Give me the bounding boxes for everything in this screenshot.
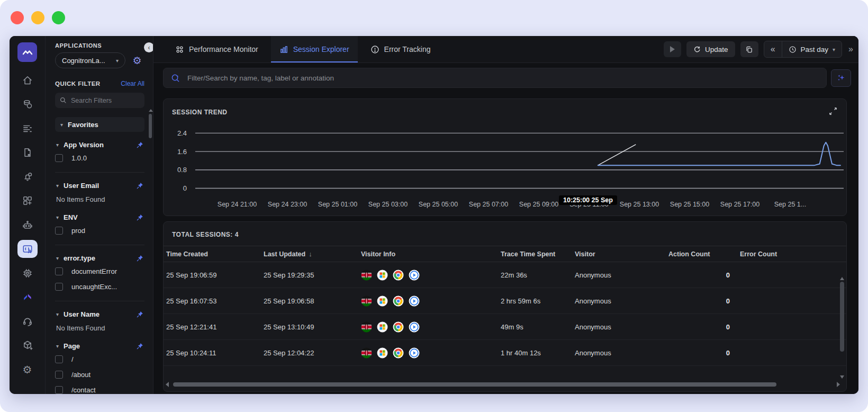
session-row[interactable]: 25 Sep 19:06:59 25 Sep 19:29:35 22m 36s …	[164, 262, 846, 288]
sidebar-item-settings[interactable]: ⚙	[15, 357, 40, 382]
session-row[interactable]: 25 Sep 10:24:11 25 Sep 12:04:22 1 hr 40m…	[164, 340, 846, 366]
filter-item[interactable]: /contact 4	[55, 382, 144, 394]
scroll-right-arrow[interactable]	[837, 382, 840, 387]
sidebar-item-apm[interactable]	[15, 285, 40, 310]
chevron-down-icon: ▾	[56, 255, 59, 261]
logs-icon	[22, 123, 33, 135]
filter-item-label: uncaughtExc...	[71, 283, 144, 291]
clock-icon	[789, 46, 797, 53]
minimize-window-button[interactable]	[31, 11, 44, 24]
scroll-up-arrow[interactable]	[840, 277, 844, 280]
application-settings-button[interactable]: ⚙	[130, 53, 144, 68]
filter-item[interactable]: uncaughtExc... 1	[55, 279, 144, 294]
table-column-header[interactable]: Trace Time Spent ↓	[498, 250, 572, 258]
scroll-down-arrow[interactable]	[840, 375, 844, 379]
table-column-header[interactable]: Last Updated ↓	[261, 250, 358, 258]
sidebar-item-logs[interactable]	[15, 117, 40, 141]
sidebar-item-bot[interactable]	[15, 213, 40, 237]
tab-performance-monitor[interactable]: Performance Monitor	[167, 36, 267, 62]
panel-scrollbar[interactable]	[149, 109, 152, 138]
filter-item[interactable]: / 3	[55, 352, 144, 367]
checkbox[interactable]	[55, 371, 63, 379]
checkbox[interactable]	[55, 267, 63, 275]
filter-group-header[interactable]: ▾ Page	[55, 340, 144, 352]
pin-icon[interactable]	[137, 141, 143, 148]
filter-group-header[interactable]: ▾ error.type	[55, 252, 144, 264]
scrollbar-track[interactable]	[171, 382, 840, 387]
x-axis-tick: Sep 25 07:00	[469, 201, 508, 208]
favorites-section-header[interactable]: ▾ Favorites	[55, 117, 144, 132]
sidebar-item-support[interactable]	[15, 309, 40, 334]
sidebar-item-alerts[interactable]	[15, 165, 40, 189]
windows-os-icon	[377, 295, 388, 307]
session-row[interactable]: 25 Sep 16:07:53 25 Sep 19:06:58 2 hrs 59…	[164, 288, 846, 314]
update-button[interactable]: Update	[686, 41, 735, 57]
filter-item[interactable]: /about 1	[55, 367, 144, 382]
filter-group-header[interactable]: ▾ User Name	[55, 308, 144, 320]
table-column-header[interactable]: Error Count ↓	[737, 250, 814, 258]
filter-search-input[interactable]	[71, 97, 134, 104]
checkbox[interactable]	[55, 227, 63, 235]
pin-icon[interactable]	[137, 214, 143, 221]
sidebar-item-infrastructure[interactable]	[15, 261, 40, 285]
time-range-group: « Past day ▾	[764, 41, 842, 58]
table-column-header[interactable]: Visitor Info ↓	[358, 250, 498, 258]
scroll-up-arrow[interactable]	[149, 109, 153, 112]
filter-groups: ▾ App Version 1.0.0 4	[55, 132, 144, 394]
shift-forward-button[interactable]: »	[847, 44, 854, 54]
column-label: Time Created	[166, 250, 208, 258]
table-horizontal-scrollbar[interactable]	[166, 382, 840, 387]
scrollbar-thumb[interactable]	[149, 114, 152, 138]
checkbox[interactable]	[55, 355, 63, 363]
app-logo[interactable]	[17, 42, 37, 62]
pin-icon[interactable]	[137, 343, 143, 350]
scrollbar-thumb[interactable]	[173, 382, 776, 387]
session-search-input[interactable]	[187, 74, 819, 82]
svg-text:1.6: 1.6	[177, 148, 187, 156]
filter-item-label: /about	[71, 371, 144, 379]
column-label: Visitor Info	[361, 250, 395, 258]
filter-item[interactable]: 1.0.0 4	[55, 150, 144, 166]
scrollbar-thumb[interactable]	[840, 282, 844, 352]
session-row[interactable]: 25 Sep 12:21:41 25 Sep 13:10:49 49m 9s A…	[164, 314, 846, 340]
ai-assist-button[interactable]	[831, 69, 851, 87]
sidebar-item-rum[interactable]	[15, 237, 40, 262]
close-window-button[interactable]	[11, 11, 24, 24]
sidebar-item-home[interactable]	[15, 68, 40, 93]
clear-all-link[interactable]: Clear All	[121, 80, 144, 87]
filter-item[interactable]: documentError 1	[55, 264, 144, 279]
sidebar-item-integrations[interactable]	[15, 334, 40, 358]
sidebar-item-documents[interactable]	[15, 141, 40, 165]
tab-error-tracking[interactable]: Error Tracking	[362, 36, 439, 62]
pin-icon[interactable]	[137, 255, 143, 262]
sidebar-item-dashboards[interactable]	[15, 189, 40, 213]
application-select[interactable]: CognitronLa... ▾	[55, 52, 125, 68]
error-alert-icon	[370, 45, 379, 54]
session-replay-icon	[409, 270, 420, 281]
time-range-select[interactable]: Past day ▾	[782, 41, 842, 57]
filter-items: 1.0.0 4	[55, 150, 144, 166]
pin-icon[interactable]	[137, 311, 143, 318]
checkbox[interactable]	[55, 154, 63, 162]
trace-time-cell: 2 hrs 59m 6s	[498, 297, 572, 305]
sidebar-item-cost[interactable]	[15, 93, 40, 117]
filter-group-header[interactable]: ▾ ENV	[55, 211, 144, 223]
filter-item[interactable]: prod 4	[55, 223, 144, 238]
scroll-left-arrow[interactable]	[166, 382, 169, 387]
maximize-window-button[interactable]	[52, 11, 65, 24]
filter-group-header[interactable]: ▾ App Version	[55, 139, 144, 150]
checkbox[interactable]	[55, 386, 63, 394]
collapse-panel-button[interactable]: ‹	[144, 42, 153, 52]
table-column-header[interactable]: Time Created ↓	[164, 250, 261, 258]
pin-icon[interactable]	[137, 182, 143, 189]
shift-back-button[interactable]: «	[764, 41, 782, 57]
table-vertical-scrollbar[interactable]	[839, 277, 844, 379]
play-icon	[670, 46, 675, 52]
copy-button[interactable]	[740, 41, 758, 57]
filter-group-header[interactable]: ▾ User Email	[55, 180, 144, 191]
checkbox[interactable]	[55, 283, 63, 291]
tab-session-explorer[interactable]: Session Explorer	[271, 36, 358, 62]
table-column-header[interactable]: Visitor ↓	[572, 250, 666, 258]
play-button[interactable]	[664, 41, 681, 57]
table-column-header[interactable]: Action Count ↓	[666, 250, 737, 258]
